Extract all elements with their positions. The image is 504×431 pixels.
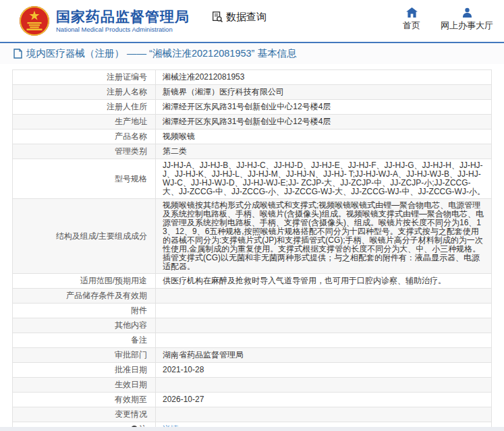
page-title-bar: 境内医疗器械（注册） —— “湘械注准20212081953” 基本信息 [0, 42, 504, 64]
field-label: 有效期至 [13, 393, 156, 407]
field-value: 湘潭经开区东风路31号创新创业中心12号楼4层 [156, 100, 492, 115]
field-value: 湖南省药品监督管理局 [156, 348, 492, 363]
nav-home-label: 首页 [403, 20, 420, 32]
field-label: 注册证编号 [13, 70, 156, 85]
field-label: 附件 [13, 304, 156, 318]
home-icon [406, 7, 418, 18]
page: 国家药品监督管理局 National Medical Products Admi… [0, 0, 504, 431]
field-value [156, 318, 492, 333]
field-value [156, 289, 492, 304]
field-value: 新镜界（湘潭）医疗科技有限公司 [156, 85, 492, 100]
org-names: 国家药品监督管理局 National Medical Products Admi… [56, 9, 190, 33]
table-row: 有效期至 2026-10-27 [13, 393, 492, 407]
field-label: 管理类别 [13, 144, 156, 159]
field-label: 型号规格 [13, 159, 156, 199]
data-query-icon [211, 11, 223, 23]
table-row: 型号规格 JJ-HJ-A、JJ-HJ-B、JJ-HJ-C、JJ-HJ-D、JJ-… [13, 159, 492, 199]
site-header: 国家药品监督管理局 National Medical Products Admi… [0, 0, 504, 42]
field-label: 生产地址 [13, 115, 156, 130]
table-row: 结构及组成/主要组成成分 视频喉镜按其结构形式分成喉镜式和支撑式;视频喉镜喉镜式… [13, 199, 492, 274]
table-row: 产品名称 视频喉镜 [13, 130, 492, 144]
table-row: 批准日期 2021-10-28 [13, 363, 492, 378]
table-row: 注册人住所 湘潭经开区东风路31号创新创业中心12号楼4层 [13, 100, 492, 115]
field-label: 其他内容 [13, 318, 156, 333]
field-value: 视频喉镜 [156, 130, 492, 144]
field-label: 生效日期 [13, 378, 156, 393]
document-icon [13, 49, 22, 59]
field-value [156, 304, 492, 318]
field-value [156, 407, 492, 422]
header-right-nav: 首页 网上办事大厅 [403, 7, 497, 32]
table-row: 注册证编号 湘械注准20212081953 [13, 70, 492, 85]
field-value: 湘潭经开区东风路31号创新创业中心12号楼4层 [156, 115, 492, 130]
registration-info-table: 注册证编号 湘械注准20212081953 注册人名称 新镜界（湘潭）医疗科技有… [12, 69, 492, 431]
registration-info: 注册证编号 湘械注准20212081953 注册人名称 新镜界（湘潭）医疗科技有… [12, 69, 492, 431]
table-row: 生效日期 [13, 378, 492, 393]
field-value: 视频喉镜按其结构形式分成喉镜式和支撑式;视频喉镜喉镜式由锂—聚合物电芯、电源管理… [156, 199, 492, 274]
field-value: 第二类 [156, 144, 492, 159]
nav-service-hall[interactable]: 网上办事大厅 [441, 7, 493, 32]
field-label: 批准日期 [13, 363, 156, 378]
field-label: 适用范围/预期用途 [13, 274, 156, 289]
table-row: 生产地址 湘潭经开区东风路31号创新创业中心12号楼4层 [13, 115, 492, 130]
nav-data-query[interactable]: 数据查询 [211, 11, 267, 24]
table-row: 审批部门 湖南省药品监督管理局 [13, 348, 492, 363]
org-name-zh: 国家药品监督管理局 [56, 9, 190, 25]
site-logo[interactable]: 国家药品监督管理局 National Medical Products Admi… [19, 5, 190, 36]
field-value [156, 333, 492, 348]
field-value: JJ-HJ-A、JJ-HJ-B、JJ-HJ-C、JJ-HJ-D、JJ-HJ-E、… [156, 159, 492, 199]
table-row: 变更情况 [13, 407, 492, 422]
field-label: 注册人住所 [13, 100, 156, 115]
table-row: 其他内容 [13, 318, 492, 333]
table-row: 备注 [13, 333, 492, 348]
user-icon [462, 7, 472, 18]
nav-service-hall-label: 网上办事大厅 [441, 20, 493, 32]
table-row: 注册人名称 新镜界（湘潭）医疗科技有限公司 [13, 85, 492, 100]
field-label: 备注 [13, 333, 156, 348]
org-name-en: National Medical Products Administration [56, 26, 190, 33]
table-row: 产品储存条件及有效期 [13, 289, 492, 304]
national-emblem-icon [19, 5, 50, 36]
field-label: 变更情况 [13, 407, 156, 422]
table-row: 管理类别 第二类 [13, 144, 492, 159]
table-row: 附件 [13, 304, 492, 318]
field-label: 产品储存条件及有效期 [13, 289, 156, 304]
field-label: 注册人名称 [13, 85, 156, 100]
nav-home[interactable]: 首页 [403, 7, 420, 32]
footer-strip [0, 427, 504, 431]
table-row: 适用范围/预期用途 供医疗机构在麻醉及抢救时导入气道导管用，也可用于口腔内诊察、… [13, 274, 492, 289]
page-title: 境内医疗器械（注册） —— “湘械注准20212081953” 基本信息 [26, 47, 296, 60]
field-label: 结构及组成/主要组成成分 [13, 199, 156, 274]
nav-data-query-label: 数据查询 [226, 11, 267, 24]
field-value: 供医疗机构在麻醉及抢救时导入气道导管用，也可用于口腔内诊察、辅助治疗。 [156, 274, 492, 289]
field-label: 产品名称 [13, 130, 156, 144]
field-value [156, 378, 492, 393]
field-value: 湘械注准20212081953 [156, 70, 492, 85]
field-value: 2026-10-27 [156, 393, 492, 407]
field-value: 2021-10-28 [156, 363, 492, 378]
field-label: 审批部门 [13, 348, 156, 363]
